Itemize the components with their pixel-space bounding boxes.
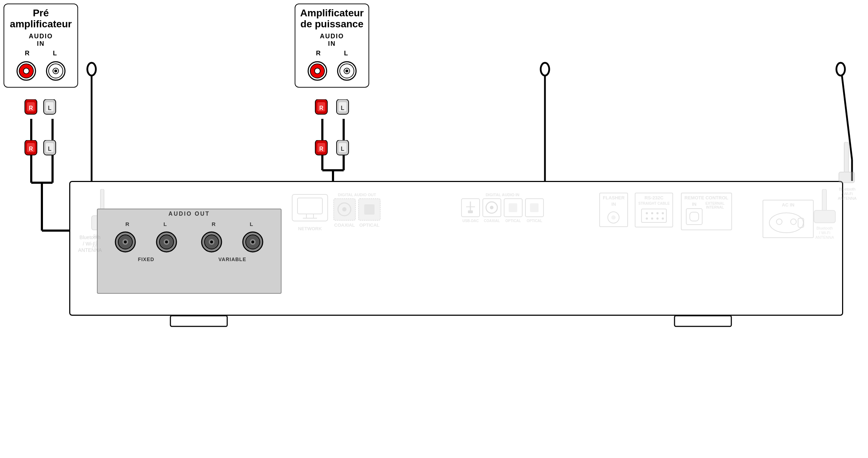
poweramp-r-label: R (316, 50, 321, 57)
svg-rect-27 (675, 316, 731, 326)
svg-text:R: R (319, 105, 323, 111)
optical-in1-label: OPTICAL (503, 219, 523, 223)
variable-l-connector (241, 231, 264, 254)
svg-point-122 (656, 217, 659, 220)
network-section: NETWORK (290, 193, 329, 231)
coaxial-in-label: COAXIAL (482, 219, 502, 223)
svg-text:R: R (29, 146, 33, 152)
svg-point-119 (662, 212, 664, 214)
svg-point-37 (25, 70, 28, 72)
svg-point-121 (651, 217, 653, 220)
svg-point-11 (87, 63, 96, 76)
rc-internal-label: INTERNAL (705, 205, 725, 209)
far-right-antenna: Bluetooth/ Wi-FiANTENNA (838, 142, 857, 201)
flasher-label: FLASHER (603, 195, 624, 200)
digital-audio-out-label: DIGITAL AUDIO OUT (333, 193, 381, 197)
flasher-section: FLASHER IN (599, 193, 628, 227)
poweramp-title: Amplificateur de puissance (299, 8, 365, 30)
r1-label: R (125, 221, 129, 227)
svg-point-108 (490, 206, 493, 209)
top-plug-l-right: L (334, 99, 351, 120)
svg-point-45 (316, 70, 319, 72)
svg-point-128 (791, 219, 796, 225)
svg-point-116 (646, 212, 648, 214)
poweramp-l-connector (336, 60, 357, 82)
preamp-box: Pré amplificateur AUDIO IN R L (4, 4, 78, 88)
preamp-audio-label: AUDIO IN (8, 33, 74, 48)
ac-in-section: AC IN (763, 200, 814, 238)
svg-point-83 (165, 241, 168, 243)
panel-rl-fixed: R L (103, 220, 189, 228)
svg-text:L: L (48, 146, 51, 152)
svg-text:R: R (29, 105, 33, 111)
bot-plug-l-right: L (334, 140, 351, 161)
poweramp-audio-label: AUDIO IN (299, 33, 365, 48)
fixed-r-connector (114, 231, 137, 254)
svg-point-41 (54, 70, 57, 72)
r2-label: R (212, 221, 215, 227)
l2-label: L (250, 221, 253, 227)
bluetooth-antenna-right-label: Bluetooth/ Wi-FiANTENNA (812, 226, 837, 240)
optical-out-label: OPTICAL (358, 222, 381, 228)
poweramp-box: Amplificateur de puissance AUDIO IN R L (295, 4, 369, 88)
svg-rect-133 (839, 172, 855, 183)
fixed-label: FIXED (103, 256, 189, 262)
svg-point-127 (776, 219, 782, 225)
svg-point-120 (646, 217, 648, 220)
svg-rect-26 (170, 316, 227, 326)
panel-rl-variable: R L (189, 220, 275, 228)
rs232c-section: RS-232C STRAIGHT CABLE (635, 193, 673, 227)
top-plug-l-left: L (41, 99, 59, 120)
svg-rect-132 (844, 142, 848, 174)
diagram-container: Pré amplificateur AUDIO IN R L Ampli (0, 0, 868, 458)
poweramp-rl-labels: R L (299, 50, 365, 57)
svg-point-87 (210, 241, 213, 243)
coaxial-out-label: COAXIAL (333, 222, 356, 228)
preamp-r-connector (16, 60, 37, 82)
remote-control-label: REMOTE CONTROL (684, 195, 728, 200)
svg-rect-110 (509, 203, 517, 212)
poweramp-connectors (299, 59, 365, 83)
top-plug-r-left: R (22, 99, 40, 120)
flasher-in-label: IN (603, 202, 624, 207)
digital-audio-in-section: DIGITAL AUDIO IN USB-DAC (461, 193, 544, 223)
remote-control-section: REMOTE CONTROL IN EXTERNAL INTERNAL (681, 193, 732, 230)
preamp-l-connector (45, 60, 66, 82)
preamp-l-label: L (53, 50, 57, 57)
svg-point-79 (124, 241, 127, 243)
digital-audio-out-section: DIGITAL AUDIO OUT COAXIAL (333, 193, 381, 228)
svg-point-118 (656, 212, 659, 214)
bluetooth-antenna-label-left: Bluetooth/ Wi-FiANTENNA (78, 234, 102, 254)
preamp-rl-labels: R L (8, 50, 74, 57)
audio-out-panel: AUDIO OUT R L (97, 209, 282, 294)
svg-rect-130 (822, 189, 826, 212)
svg-text:L: L (341, 146, 344, 152)
svg-point-49 (345, 70, 348, 72)
preamp-connectors (8, 59, 74, 83)
svg-point-114 (611, 215, 616, 220)
far-right-antenna-label: Bluetooth/ Wi-FiANTENNA (838, 187, 857, 201)
svg-rect-112 (530, 203, 539, 212)
svg-text:L: L (341, 105, 344, 111)
poweramp-r-connector (307, 60, 328, 82)
svg-point-99 (342, 207, 346, 211)
preamp-r-label: R (25, 50, 29, 57)
poweramp-l-label: L (344, 50, 348, 57)
svg-point-22 (541, 63, 549, 76)
fixed-l-connector (155, 231, 178, 254)
ac-in-label: AC IN (767, 202, 809, 208)
rc-external-label: EXTERNAL (705, 202, 725, 205)
l1-label: L (164, 221, 167, 227)
svg-rect-115 (642, 209, 666, 222)
main-device: Bluetooth/ Wi-FiANTENNA AUDIO OUT R L (69, 181, 843, 316)
rs232c-label: RS-232C (638, 195, 670, 200)
svg-rect-124 (686, 209, 702, 225)
digital-audio-in-label: DIGITAL AUDIO IN (461, 193, 544, 197)
svg-point-123 (662, 217, 664, 220)
bot-plug-r-right: R (312, 140, 330, 161)
svg-rect-131 (814, 210, 835, 223)
audio-out-label: AUDIO OUT (98, 209, 281, 219)
preamp-title: Pré amplificateur (8, 8, 74, 30)
optical-in2-label: OPTICAL (525, 219, 544, 223)
svg-rect-105 (468, 210, 473, 213)
